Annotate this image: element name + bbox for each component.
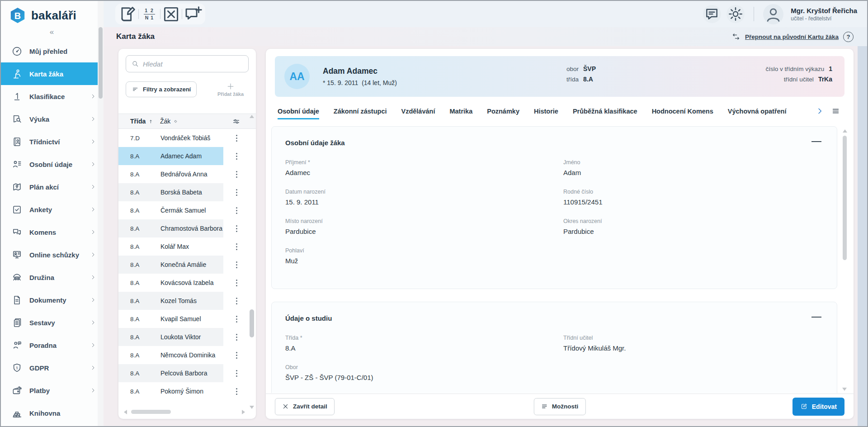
student-table-header: Třída Žák [118,114,256,129]
close-detail-button[interactable]: Zavřít detail [275,398,335,415]
row-menu-kebab-icon[interactable] [230,237,243,256]
field-label: Okres narození [563,218,823,224]
window-scrollbar[interactable] [858,46,867,426]
student-row-adamec-adam[interactable]: 8.AAdamec Adam [118,147,251,165]
user-info[interactable]: Mgr. Kryštof Řeřicha učitel - ředitelstv… [791,7,857,22]
new-message-button[interactable] [182,4,203,24]
row-menu-kebab-icon[interactable] [230,183,243,201]
student-row-nemcova-dominika[interactable]: 8.ANěmcová Dominika [118,346,251,364]
sidebar-item-sestavy[interactable]: Sestavy [1,311,104,334]
column-header-student[interactable]: Žák [160,118,178,125]
sidebar-item-poradna[interactable]: Poradna [1,334,104,356]
student-row-kvapil-samuel[interactable]: 8.AKvapil Samuel [118,310,251,328]
student-row-vondracek-tobias[interactable]: 7.DVondráček Tobiáš [118,129,251,147]
help-button[interactable]: ? [843,32,854,42]
tab-vzdelavani[interactable]: Vzdělávání [401,108,435,119]
row-menu-kebab-icon[interactable] [230,328,243,346]
add-student-button[interactable]: Přidat žáka [212,82,249,97]
list-horizontal-scrollbar[interactable] [124,409,245,415]
tabs-overflow-chevron-icon[interactable] [816,107,824,115]
student-row-cermak-samuel[interactable]: 8.AČermák Samuel [118,201,251,219]
sidebar-item-druzina[interactable]: Družina [1,266,104,289]
edit-button[interactable]: Editovat [793,398,844,416]
sidebar-item-dokumenty[interactable]: Dokumenty [1,289,104,311]
messages-button[interactable] [703,5,721,23]
row-menu-kebab-icon[interactable] [230,382,243,400]
student-row-kovacsova-izabela[interactable]: 8.AKovácsová Izabela [118,274,251,292]
list-scrollbar-thumb[interactable] [250,309,254,337]
scroll-up-arrow-icon[interactable] [843,129,847,133]
column-settings-icon[interactable] [232,117,241,126]
tabs-menu-icon[interactable] [831,107,840,115]
row-menu-kebab-icon[interactable] [230,201,243,219]
row-menu-kebab-icon[interactable] [230,346,243,364]
row-menu-kebab-icon[interactable] [230,310,243,328]
sidebar-item-gdpr[interactable]: §GDPR [1,356,104,379]
scroll-up-arrow-icon[interactable] [250,115,254,118]
student-row-kolar-max[interactable]: 8.AKolář Max [118,237,251,256]
row-menu-kebab-icon[interactable] [230,274,243,292]
scroll-down-arrow-icon[interactable] [250,406,254,409]
settings-button[interactable] [726,5,745,23]
sidebar-item-muj-prehled[interactable]: Můj přehled [1,40,104,62]
tab-zakonni-zastupci[interactable]: Zákonní zástupci [334,108,387,119]
tab-matrika[interactable]: Matrika [449,108,472,119]
switch-to-original-link[interactable]: Přepnout na původní Kartu žáka [745,33,839,40]
tab-hodnoceni-komens[interactable]: Hodnocení Komens [652,108,713,119]
student-row-borska-babeta[interactable]: 8.ABorská Babeta [118,183,251,201]
student-row-loukota-viktor[interactable]: 8.ALoukota Viktor [118,328,251,346]
scroll-right-arrow-icon[interactable] [242,410,245,414]
sidebar-item-karta-zaka[interactable]: Karta žáka [1,62,104,85]
grades-entry-button[interactable]: 1 2 N 1 [139,4,160,24]
app-logo[interactable]: B bakaláři [1,1,104,24]
column-header-class[interactable]: Třída [130,118,160,125]
student-row-bednarova-anna[interactable]: 8.ABednářová Anna [118,165,251,183]
sidebar-item-vyuka[interactable]: Výuka [1,108,104,130]
tab-prubezna-klasifikace[interactable]: Průběžná klasifikace [573,108,637,119]
absence-entry-button[interactable] [160,4,182,24]
student-row-kozel-tomas[interactable]: 8.AKozel Tomás [118,292,251,310]
list-vertical-scrollbar[interactable] [249,115,255,409]
sidebar-item-plan-akci[interactable]: Plán akcí [1,176,104,198]
student-row-konecna-amalie[interactable]: 8.AKonečná Amálie [118,256,251,274]
scroll-down-arrow-icon[interactable] [842,388,847,391]
tab-osobni-udaje[interactable]: Osobní údaje [278,108,319,119]
row-class: 8.A [130,388,160,395]
class-book-entry-button[interactable] [117,4,138,24]
row-menu-kebab-icon[interactable] [230,129,243,147]
section-collapse-icon[interactable] [811,317,821,318]
scroll-left-arrow-icon[interactable] [124,410,127,414]
page-header: Karta žáka Přepnout na původní Kartu žák… [104,27,867,46]
row-menu-kebab-icon[interactable] [230,219,243,237]
search-box[interactable] [126,55,249,72]
tab-vychovna-opatreni[interactable]: Výchovná opatření [728,108,787,119]
detail-scrollbar-thumb[interactable] [843,136,847,260]
row-menu-kebab-icon[interactable] [230,292,243,310]
sidebar-item-komens[interactable]: Komens [1,221,104,243]
detail-vertical-scrollbar[interactable] [842,129,848,391]
student-row-pokorny-simon[interactable]: 8.APokorný Šimon [118,382,251,400]
tab-poznamky[interactable]: Poznámky [487,108,519,119]
sidebar-item-online-schuzky[interactable]: Online schůzky [1,243,104,266]
sidebar-item-osobni-udaje[interactable]: Osobní údaje [1,153,104,176]
row-menu-kebab-icon[interactable] [230,165,243,183]
row-menu-kebab-icon[interactable] [230,364,243,382]
row-menu-kebab-icon[interactable] [230,147,243,165]
sidebar-item-platby[interactable]: Platby [1,379,104,402]
sidebar-item-klasifikace[interactable]: Klasifikace [1,85,104,108]
sidebar-scrollbar[interactable] [99,27,103,99]
search-input[interactable] [143,60,243,68]
sidebar-collapse-button[interactable]: « [1,28,104,37]
user-avatar[interactable] [763,4,783,24]
options-button[interactable]: Možnosti [534,398,586,415]
row-menu-kebab-icon[interactable] [230,256,243,274]
section-collapse-icon[interactable] [811,141,821,142]
student-row-chramostova-barbora[interactable]: 8.AChramostová Barbora [118,219,251,237]
filters-button[interactable]: Filtry a zobrazení [126,81,197,97]
sidebar-item-ankety[interactable]: Ankety [1,198,104,221]
tab-historie[interactable]: Historie [534,108,558,119]
sidebar-item-knihovna[interactable]: Knihovna [1,402,104,424]
list-hscrollbar-thumb[interactable] [131,410,171,414]
sidebar-item-tridnictvi[interactable]: Třídnictví [1,130,104,153]
student-row-pelcova-barbora[interactable]: 8.APelcová Barbora [118,364,251,382]
